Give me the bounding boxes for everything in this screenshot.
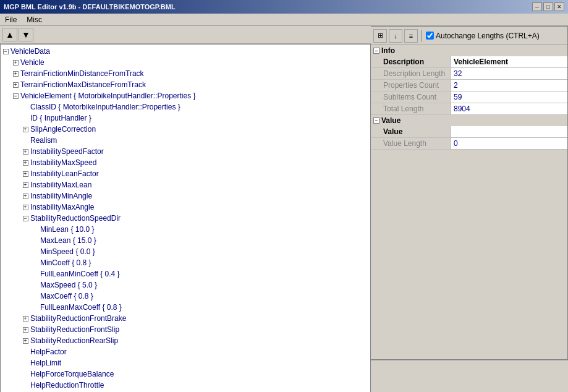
tree-value: { 15.0 }: [73, 236, 96, 245]
indent: [11, 124, 20, 134]
tree-row[interactable]: HelpReductionThrottle: [1, 380, 370, 391]
tree-row[interactable]: +InstabilityMaxSpeed: [1, 157, 370, 168]
indent: [11, 135, 20, 145]
prop-value: 0: [451, 138, 567, 149]
tree-expander[interactable]: +: [20, 158, 30, 168]
tree-row[interactable]: MinLean { 10.0 }: [1, 224, 370, 235]
tree-row[interactable]: +TerrainFrictionMinDistanceFromTrack: [1, 68, 370, 79]
tree-expander[interactable]: −: [1, 46, 11, 56]
tree-value: { MotorbikeInputHandler::Properties }: [74, 91, 195, 101]
tree-row[interactable]: −StabilityReductionSpeedDir: [1, 213, 370, 224]
menu-file[interactable]: File: [2, 15, 19, 25]
tree-row[interactable]: HelpFactor: [1, 346, 370, 357]
tree-no-expander: [20, 347, 30, 357]
tree-value: { 0.8 }: [72, 258, 91, 268]
tree-label: MaxSpeed: [40, 280, 78, 290]
tree-row[interactable]: +TerrainFrictionMaxDistanceFromTrack: [1, 79, 370, 90]
tree-row[interactable]: FullLeanMaxCoeff { 0.8 }: [1, 302, 370, 313]
tree-row[interactable]: +StabilityReductionRearSlip: [1, 335, 370, 346]
tree-row[interactable]: FullLeanMinCoeff { 0.4 }: [1, 268, 370, 279]
minimize-button[interactable]: ─: [532, 2, 542, 11]
tree-row[interactable]: Realism: [1, 135, 370, 146]
tree-expander[interactable]: +: [20, 336, 30, 346]
indent: [11, 236, 20, 245]
tree-row[interactable]: +SlipAngleCorrection: [1, 124, 370, 135]
tree-no-expander: [30, 224, 40, 234]
tree-no-expander: [20, 135, 30, 145]
tree-expander[interactable]: +: [20, 147, 30, 156]
indent: [1, 58, 11, 67]
tree-expander[interactable]: +: [11, 69, 20, 79]
tree-value: { 0.4 }: [100, 269, 119, 279]
grid-button[interactable]: ⊞: [373, 29, 387, 43]
tree-row[interactable]: +Vehicle: [1, 57, 370, 68]
tree-row[interactable]: +StabilityReductionFrontSlip: [1, 324, 370, 335]
tree-row[interactable]: +InstabilityMinAngle: [1, 190, 370, 202]
indent: [1, 325, 11, 334]
tree-expander[interactable]: −: [20, 213, 30, 223]
info-section-header: − Info: [371, 45, 567, 56]
indent: [1, 135, 11, 145]
tree-row[interactable]: MaxCoeff { 0.8 }: [1, 291, 370, 302]
tree-expander[interactable]: +: [11, 58, 20, 67]
tree-expander[interactable]: +: [20, 124, 30, 134]
indent: [1, 224, 11, 234]
tree-scroll[interactable]: −VehicleData +Vehicle +TerrainFrictionMi…: [1, 45, 370, 392]
info-expander[interactable]: −: [373, 48, 379, 54]
tree-expander[interactable]: +: [20, 313, 30, 323]
indent: [20, 280, 30, 290]
tree-label: InstabilityMaxAngle: [30, 202, 94, 212]
tree-value: { 0.8 }: [103, 302, 122, 312]
autochange-checkbox[interactable]: [426, 32, 434, 40]
indent: [1, 191, 11, 201]
menu-misc[interactable]: Misc: [24, 15, 45, 25]
tree-row[interactable]: HelpLimit: [1, 357, 370, 369]
tree-row[interactable]: ID { InputHandler }: [1, 113, 370, 124]
tree-row[interactable]: +StabilityReductionFrontBrake: [1, 313, 370, 324]
maximize-button[interactable]: □: [543, 2, 553, 11]
tree-row[interactable]: +InstabilityLeanFactor: [1, 168, 370, 179]
indent: [11, 224, 20, 234]
tree-expander[interactable]: +: [11, 80, 20, 90]
indent: [11, 102, 20, 112]
value-expander[interactable]: −: [373, 117, 379, 124]
tree-value: { MotorbikeInputHandler::Properties }: [58, 102, 180, 112]
tree-expander[interactable]: +: [20, 325, 30, 334]
prop-name: Total Length: [371, 103, 451, 114]
tree-expander[interactable]: +: [20, 169, 30, 179]
up-button[interactable]: ▲: [2, 28, 17, 41]
tree-row[interactable]: +InstabilityMaxAngle: [1, 202, 370, 213]
tree-row[interactable]: −VehicleData: [1, 46, 370, 57]
down-button[interactable]: ▼: [19, 28, 33, 41]
tree-expander[interactable]: −: [11, 91, 20, 101]
tree-row[interactable]: MinSpeed { 0.0 }: [1, 246, 370, 257]
left-toolbar: ▲ ▼: [0, 26, 371, 44]
tree-label: ID: [30, 113, 40, 123]
tree-row[interactable]: MinCoeff { 0.8 }: [1, 257, 370, 268]
right-toolbar: ⊞ ↓ ≡ Autochange Lengths (CTRL+A): [371, 27, 567, 45]
tree-expander[interactable]: +: [20, 202, 30, 212]
sort-button[interactable]: ↓: [389, 29, 402, 43]
close-button[interactable]: ✕: [554, 2, 564, 11]
tree-row[interactable]: MaxLean { 15.0 }: [1, 235, 370, 246]
indent: [1, 358, 11, 368]
tree-row[interactable]: +InstabilitySpeedFactor: [1, 146, 370, 157]
tree-row[interactable]: +InstabilityMaxLean: [1, 179, 370, 190]
tree-row[interactable]: HelpForceTorqueBalance: [1, 369, 370, 380]
tree-row[interactable]: −VehicleElement { MotorbikeInputHandler:…: [1, 90, 370, 101]
tree-expander[interactable]: +: [20, 180, 30, 190]
indent: [11, 113, 20, 123]
indent: [11, 147, 20, 156]
indent: [11, 191, 20, 201]
tree-row[interactable]: ClassID { MotorbikeInputHandler::Propert…: [1, 101, 370, 113]
tree-label: ClassID: [30, 102, 58, 112]
tree-expander[interactable]: +: [20, 191, 30, 201]
tree-value: { 5.0 }: [78, 280, 97, 290]
autochange-label[interactable]: Autochange Lengths (CTRL+A): [426, 32, 540, 40]
window-title: MGP BML Editor v1.9b - DEFAULTBIKEMOTOGP…: [4, 3, 176, 11]
tree-no-expander: [20, 380, 30, 390]
main-content: ▲ ▼ −VehicleData +Vehicle +TerrainFricti…: [0, 26, 568, 360]
tree-label: VehicleElement: [20, 91, 74, 101]
list-button[interactable]: ≡: [404, 29, 418, 43]
tree-row[interactable]: MaxSpeed { 5.0 }: [1, 279, 370, 291]
